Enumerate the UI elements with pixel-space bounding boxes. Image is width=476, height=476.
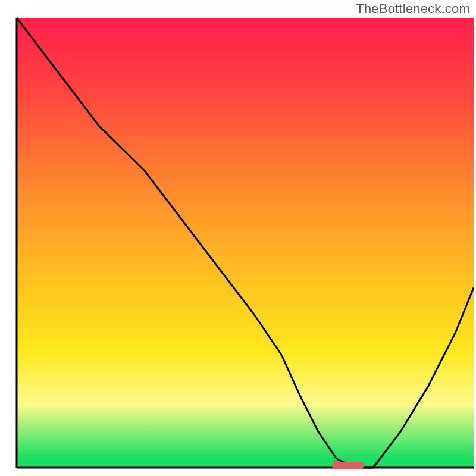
plot-background (17, 18, 474, 468)
bottleneck-chart (0, 0, 476, 476)
chart-container: TheBottleneck.com (0, 0, 476, 476)
watermark-text: TheBottleneck.com (356, 1, 470, 17)
optimal-marker (332, 462, 364, 469)
